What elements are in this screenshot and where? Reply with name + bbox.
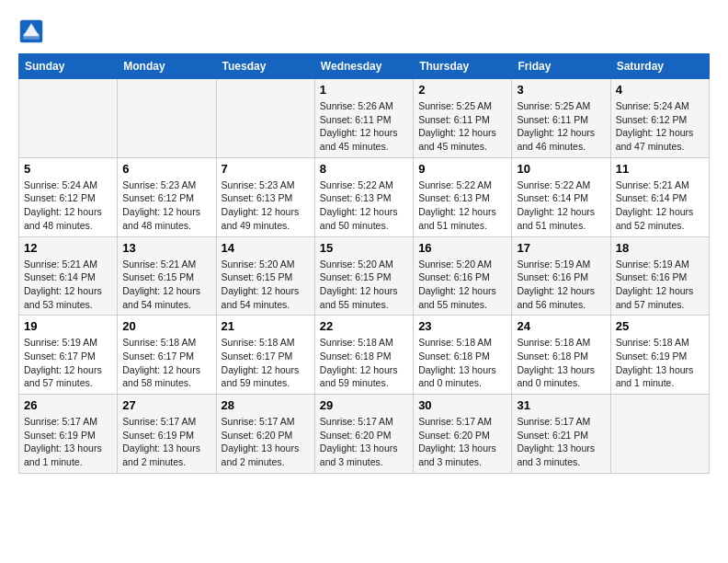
day-number: 28 [222, 398, 310, 412]
day-number: 22 [320, 319, 408, 333]
day-info: Sunrise: 5:19 AM Sunset: 6:17 PM Dayligh… [24, 336, 112, 390]
day-number: 18 [616, 241, 704, 255]
calendar-cell: 13Sunrise: 5:21 AM Sunset: 6:15 PM Dayli… [118, 236, 216, 316]
day-number: 1 [320, 83, 408, 97]
calendar-table: SundayMondayTuesdayWednesdayThursdayFrid… [18, 53, 710, 474]
calendar-cell: 25Sunrise: 5:18 AM Sunset: 6:19 PM Dayli… [610, 316, 709, 395]
day-number: 30 [418, 398, 506, 412]
day-info: Sunrise: 5:21 AM Sunset: 6:14 PM Dayligh… [616, 178, 704, 233]
calendar-cell [610, 395, 709, 474]
calendar-cell: 12Sunrise: 5:21 AM Sunset: 6:14 PM Dayli… [19, 236, 118, 316]
day-info: Sunrise: 5:25 AM Sunset: 6:11 PM Dayligh… [418, 99, 506, 154]
calendar-week-row: 26Sunrise: 5:17 AM Sunset: 6:19 PM Dayli… [19, 395, 710, 474]
calendar-cell: 31Sunrise: 5:17 AM Sunset: 6:21 PM Dayli… [512, 395, 610, 474]
calendar-cell: 22Sunrise: 5:18 AM Sunset: 6:18 PM Dayli… [314, 316, 413, 395]
day-number: 14 [222, 241, 310, 255]
day-number: 26 [24, 398, 112, 412]
day-number: 24 [517, 319, 605, 333]
calendar-cell: 6Sunrise: 5:23 AM Sunset: 6:12 PM Daylig… [118, 157, 216, 236]
day-info: Sunrise: 5:22 AM Sunset: 6:14 PM Dayligh… [517, 178, 605, 233]
calendar-cell: 5Sunrise: 5:24 AM Sunset: 6:12 PM Daylig… [19, 157, 118, 236]
calendar-cell: 1Sunrise: 5:26 AM Sunset: 6:11 PM Daylig… [314, 79, 413, 158]
day-number: 29 [320, 398, 408, 412]
day-info: Sunrise: 5:23 AM Sunset: 6:13 PM Dayligh… [222, 178, 310, 233]
day-number: 19 [24, 319, 112, 333]
day-number: 27 [122, 398, 210, 412]
day-info: Sunrise: 5:25 AM Sunset: 6:11 PM Dayligh… [517, 99, 605, 154]
day-number: 16 [418, 241, 506, 255]
day-number: 8 [320, 162, 408, 176]
page-header [18, 18, 710, 44]
day-info: Sunrise: 5:23 AM Sunset: 6:12 PM Dayligh… [122, 178, 210, 233]
calendar-body: 1Sunrise: 5:26 AM Sunset: 6:11 PM Daylig… [19, 79, 710, 474]
day-number: 21 [222, 319, 310, 333]
day-number: 9 [418, 162, 506, 176]
day-number: 11 [616, 162, 704, 176]
calendar-cell: 28Sunrise: 5:17 AM Sunset: 6:20 PM Dayli… [216, 395, 314, 474]
day-info: Sunrise: 5:18 AM Sunset: 6:18 PM Dayligh… [517, 336, 605, 390]
calendar-cell: 4Sunrise: 5:24 AM Sunset: 6:12 PM Daylig… [610, 79, 709, 158]
weekday-header: Tuesday [216, 54, 314, 79]
day-info: Sunrise: 5:18 AM Sunset: 6:19 PM Dayligh… [616, 336, 704, 390]
day-info: Sunrise: 5:24 AM Sunset: 6:12 PM Dayligh… [616, 99, 704, 154]
calendar-week-row: 1Sunrise: 5:26 AM Sunset: 6:11 PM Daylig… [19, 79, 710, 158]
day-info: Sunrise: 5:17 AM Sunset: 6:19 PM Dayligh… [24, 415, 112, 469]
day-info: Sunrise: 5:24 AM Sunset: 6:12 PM Dayligh… [24, 178, 112, 233]
day-info: Sunrise: 5:18 AM Sunset: 6:18 PM Dayligh… [418, 336, 506, 390]
day-info: Sunrise: 5:17 AM Sunset: 6:20 PM Dayligh… [418, 415, 506, 469]
svg-rect-2 [23, 33, 40, 40]
day-info: Sunrise: 5:18 AM Sunset: 6:18 PM Dayligh… [320, 336, 408, 390]
weekday-header: Friday [512, 54, 610, 79]
day-info: Sunrise: 5:22 AM Sunset: 6:13 PM Dayligh… [418, 178, 506, 233]
day-number: 13 [122, 241, 210, 255]
calendar-cell: 7Sunrise: 5:23 AM Sunset: 6:13 PM Daylig… [216, 157, 314, 236]
calendar-cell: 15Sunrise: 5:20 AM Sunset: 6:15 PM Dayli… [314, 236, 413, 316]
day-number: 7 [222, 162, 310, 176]
day-number: 20 [122, 319, 210, 333]
calendar-cell: 9Sunrise: 5:22 AM Sunset: 6:13 PM Daylig… [414, 157, 512, 236]
calendar-cell [118, 79, 216, 158]
day-number: 12 [24, 241, 112, 255]
day-info: Sunrise: 5:21 AM Sunset: 6:14 PM Dayligh… [24, 258, 112, 312]
calendar-cell: 3Sunrise: 5:25 AM Sunset: 6:11 PM Daylig… [512, 79, 610, 158]
day-info: Sunrise: 5:17 AM Sunset: 6:20 PM Dayligh… [320, 415, 408, 469]
calendar-cell: 10Sunrise: 5:22 AM Sunset: 6:14 PM Dayli… [512, 157, 610, 236]
calendar-cell: 11Sunrise: 5:21 AM Sunset: 6:14 PM Dayli… [610, 157, 709, 236]
calendar-header: SundayMondayTuesdayWednesdayThursdayFrid… [19, 54, 710, 79]
calendar-cell [19, 79, 118, 158]
day-number: 6 [122, 162, 210, 176]
calendar-cell: 20Sunrise: 5:18 AM Sunset: 6:17 PM Dayli… [118, 316, 216, 395]
calendar-cell: 23Sunrise: 5:18 AM Sunset: 6:18 PM Dayli… [414, 316, 512, 395]
day-info: Sunrise: 5:19 AM Sunset: 6:16 PM Dayligh… [616, 258, 704, 312]
day-info: Sunrise: 5:17 AM Sunset: 6:20 PM Dayligh… [222, 415, 310, 469]
calendar-cell: 26Sunrise: 5:17 AM Sunset: 6:19 PM Dayli… [19, 395, 118, 474]
logo-icon [18, 18, 44, 44]
day-number: 15 [320, 241, 408, 255]
day-info: Sunrise: 5:18 AM Sunset: 6:17 PM Dayligh… [122, 336, 210, 390]
day-number: 3 [517, 83, 605, 97]
day-info: Sunrise: 5:21 AM Sunset: 6:15 PM Dayligh… [122, 258, 210, 312]
day-info: Sunrise: 5:26 AM Sunset: 6:11 PM Dayligh… [320, 99, 408, 154]
day-number: 10 [517, 162, 605, 176]
day-info: Sunrise: 5:17 AM Sunset: 6:19 PM Dayligh… [122, 415, 210, 469]
calendar-cell: 8Sunrise: 5:22 AM Sunset: 6:13 PM Daylig… [314, 157, 413, 236]
weekday-row: SundayMondayTuesdayWednesdayThursdayFrid… [19, 54, 710, 79]
calendar-cell: 29Sunrise: 5:17 AM Sunset: 6:20 PM Dayli… [314, 395, 413, 474]
calendar-cell: 21Sunrise: 5:18 AM Sunset: 6:17 PM Dayli… [216, 316, 314, 395]
weekday-header: Saturday [610, 54, 709, 79]
day-number: 5 [24, 162, 112, 176]
day-number: 17 [517, 241, 605, 255]
day-number: 31 [517, 398, 605, 412]
logo [18, 18, 48, 44]
calendar-week-row: 12Sunrise: 5:21 AM Sunset: 6:14 PM Dayli… [19, 236, 710, 316]
day-info: Sunrise: 5:18 AM Sunset: 6:17 PM Dayligh… [222, 336, 310, 390]
calendar-cell: 16Sunrise: 5:20 AM Sunset: 6:16 PM Dayli… [414, 236, 512, 316]
day-info: Sunrise: 5:20 AM Sunset: 6:15 PM Dayligh… [222, 258, 310, 312]
calendar-cell: 19Sunrise: 5:19 AM Sunset: 6:17 PM Dayli… [19, 316, 118, 395]
calendar-cell: 17Sunrise: 5:19 AM Sunset: 6:16 PM Dayli… [512, 236, 610, 316]
weekday-header: Monday [118, 54, 216, 79]
day-info: Sunrise: 5:22 AM Sunset: 6:13 PM Dayligh… [320, 178, 408, 233]
calendar-cell: 18Sunrise: 5:19 AM Sunset: 6:16 PM Dayli… [610, 236, 709, 316]
calendar-week-row: 5Sunrise: 5:24 AM Sunset: 6:12 PM Daylig… [19, 157, 710, 236]
day-info: Sunrise: 5:20 AM Sunset: 6:15 PM Dayligh… [320, 258, 408, 312]
